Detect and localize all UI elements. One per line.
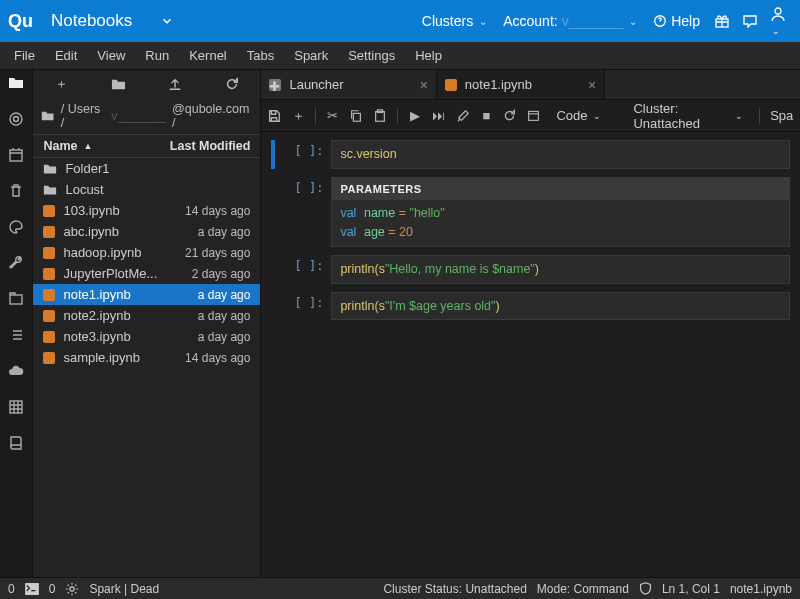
spark-label[interactable]: Spark <box>770 108 794 123</box>
close-icon[interactable]: × <box>588 77 596 93</box>
wrench-icon[interactable] <box>7 254 25 272</box>
tab-note1[interactable]: note1.ipynb × <box>437 70 605 99</box>
tab-launcher[interactable]: ✚ Launcher × <box>261 70 436 99</box>
cursor-pos[interactable]: Ln 1, Col 1 <box>662 582 720 596</box>
fb-header[interactable]: Name▲ Last Modified <box>33 134 260 158</box>
file-row[interactable]: note1.ipynba day ago <box>33 284 260 305</box>
paste-icon[interactable] <box>373 109 387 123</box>
svg-point-3 <box>10 113 22 125</box>
launcher-icon: ✚ <box>269 79 281 91</box>
code-cell[interactable]: [ ]: PARAMETERSval name = "hello" val ag… <box>271 177 790 247</box>
file-row[interactable]: sample.ipynb14 days ago <box>33 347 260 368</box>
restart-icon[interactable] <box>503 109 517 122</box>
file-row[interactable]: hadoop.ipynb21 days ago <box>33 242 260 263</box>
save-icon[interactable] <box>267 109 281 123</box>
svg-point-4 <box>14 117 19 122</box>
new-folder-icon[interactable] <box>111 77 126 92</box>
logo[interactable]: Qu <box>8 11 33 32</box>
book-icon[interactable] <box>7 434 25 452</box>
list-icon[interactable] <box>7 326 25 344</box>
menu-kernel[interactable]: Kernel <box>181 44 235 67</box>
activitybar <box>0 70 33 577</box>
notebooks-crumb[interactable]: Notebooks <box>51 11 132 31</box>
new-icon[interactable]: ＋ <box>55 75 68 93</box>
close-icon[interactable]: × <box>420 77 428 93</box>
code-cell[interactable]: [ ]: println(s"Hello, my name is $name") <box>271 255 790 284</box>
folder-icon[interactable] <box>7 74 25 92</box>
folder-icon <box>41 109 54 123</box>
svg-rect-12 <box>25 583 39 595</box>
cluster-status[interactable]: Cluster Status: Unattached <box>383 582 526 596</box>
status-count1[interactable]: 0 <box>8 582 15 596</box>
help-link[interactable]: Help <box>653 13 700 29</box>
breadcrumb[interactable]: / Users / v_______ @qubole.com / <box>33 98 260 134</box>
user-icon[interactable]: ⌄ <box>770 6 786 37</box>
cluster-select[interactable]: Cluster: Unattached⌄ <box>627 99 749 133</box>
menu-spark[interactable]: Spark <box>286 44 336 67</box>
run-all-icon[interactable]: ⏭ <box>432 108 446 123</box>
file-row[interactable]: 103.ipynb14 days ago <box>33 200 260 221</box>
code-cell[interactable]: [ ]: println(s"I'm $age years old") <box>271 292 790 321</box>
file-row[interactable]: Folder1 <box>33 158 260 179</box>
terminal-icon[interactable] <box>25 583 39 595</box>
status-count2[interactable]: 0 <box>49 582 56 596</box>
tabs-icon[interactable] <box>7 290 25 308</box>
add-icon[interactable]: ＋ <box>291 107 305 125</box>
notebook-icon <box>445 79 457 91</box>
menu-run[interactable]: Run <box>137 44 177 67</box>
palette-icon[interactable] <box>7 218 25 236</box>
gift-icon[interactable] <box>714 13 730 29</box>
file-row[interactable]: Locust <box>33 179 260 200</box>
sort-asc-icon: ▲ <box>83 141 92 151</box>
stop-icon[interactable]: ■ <box>480 108 494 123</box>
account-menu[interactable]: Account:v_______⌄ <box>503 13 637 29</box>
run-icon[interactable]: ▶ <box>408 108 422 123</box>
chevron-down-icon[interactable] <box>160 14 174 28</box>
file-row[interactable]: abc.ipynba day ago <box>33 221 260 242</box>
notebook-icon <box>43 226 55 238</box>
menu-help[interactable]: Help <box>407 44 450 67</box>
gear-icon[interactable] <box>65 582 79 596</box>
kernel-status[interactable]: Spark | Dead <box>89 582 159 596</box>
menu-settings[interactable]: Settings <box>340 44 403 67</box>
cloud-icon[interactable] <box>7 362 25 380</box>
file-row[interactable]: note3.ipynba day ago <box>33 326 260 347</box>
calendar-icon[interactable] <box>527 109 541 122</box>
file-name: 103.ipynb <box>63 203 119 218</box>
tabs: ✚ Launcher × note1.ipynb × <box>261 70 800 100</box>
target-icon[interactable] <box>7 110 25 128</box>
comment-icon[interactable] <box>742 13 758 29</box>
file-row[interactable]: JupyterPlotMe...2 days ago <box>33 263 260 284</box>
magic-icon[interactable] <box>456 109 470 123</box>
file-modified: a day ago <box>198 309 251 323</box>
upload-icon[interactable] <box>168 77 182 91</box>
code-cell[interactable]: [ ]: sc.version <box>271 140 790 169</box>
file-row[interactable]: note2.ipynba day ago <box>33 305 260 326</box>
menu-edit[interactable]: Edit <box>47 44 85 67</box>
celltype-select[interactable]: Code⌄ <box>550 106 607 125</box>
folder-icon <box>43 162 57 176</box>
menu-file[interactable]: File <box>6 44 43 67</box>
filename[interactable]: note1.ipynb <box>730 582 792 596</box>
svg-rect-8 <box>354 113 361 121</box>
cell-prompt: [ ]: <box>283 177 323 247</box>
clusters-menu[interactable]: Clusters⌄ <box>422 13 487 29</box>
grid-icon[interactable] <box>7 398 25 416</box>
calendar-icon[interactable] <box>7 146 25 164</box>
copy-icon[interactable] <box>349 109 363 123</box>
refresh-icon[interactable] <box>225 77 239 91</box>
file-name: JupyterPlotMe... <box>63 266 157 281</box>
trash-icon[interactable] <box>7 182 25 200</box>
file-name: Folder1 <box>65 161 109 176</box>
menu-view[interactable]: View <box>89 44 133 67</box>
svg-rect-11 <box>528 111 538 120</box>
svg-rect-6 <box>10 295 22 304</box>
menubar: File Edit View Run Kernel Tabs Spark Set… <box>0 42 800 70</box>
menu-tabs[interactable]: Tabs <box>239 44 282 67</box>
svg-point-2 <box>775 8 781 14</box>
breadcrumb-root[interactable]: / Users / <box>61 102 105 130</box>
shield-icon[interactable] <box>639 582 652 595</box>
cut-icon[interactable]: ✂ <box>326 108 340 123</box>
breadcrumb-path[interactable]: @qubole.com / <box>172 102 252 130</box>
mode[interactable]: Mode: Command <box>537 582 629 596</box>
